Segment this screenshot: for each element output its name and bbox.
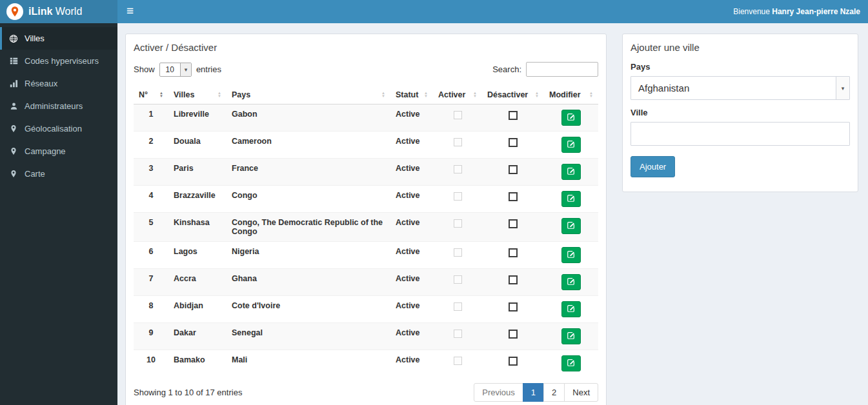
activer-checkbox[interactable] xyxy=(454,275,462,284)
cell-num: 1 xyxy=(134,104,168,132)
modifier-button[interactable] xyxy=(561,218,581,234)
sidebar-item-reseaux[interactable]: Réseaux xyxy=(0,72,117,95)
modifier-button[interactable] xyxy=(561,137,581,153)
activer-checkbox[interactable] xyxy=(454,138,462,146)
column-header-3[interactable]: Statut▲▼ xyxy=(390,86,433,104)
desactiver-checkbox[interactable] xyxy=(509,192,518,201)
modifier-button[interactable] xyxy=(561,274,581,290)
cell-modifier xyxy=(544,296,598,323)
sidebar-item-label: Codes hyperviseurs xyxy=(25,56,99,66)
table-controls: Show 10 ▾ entries Search: xyxy=(134,62,598,77)
column-header-2[interactable]: Pays▲▼ xyxy=(227,86,390,104)
sidebar-item-geolocalisation[interactable]: Géolocalisation xyxy=(0,117,117,140)
brand-title-regular: World xyxy=(52,6,82,17)
desactiver-checkbox[interactable] xyxy=(509,357,518,366)
cell-modifier xyxy=(544,213,598,242)
activer-checkbox[interactable] xyxy=(454,302,462,311)
cell-activer xyxy=(433,186,482,213)
table-row: 10BamakoMaliActive xyxy=(134,350,598,377)
desactiver-checkbox[interactable] xyxy=(509,275,518,284)
cell-statut: Active xyxy=(390,159,433,186)
column-header-label: Statut xyxy=(396,90,418,99)
column-header-5[interactable]: Désactiver▲▼ xyxy=(482,86,544,104)
activer-checkbox[interactable] xyxy=(454,165,462,173)
ville-label: Ville xyxy=(631,108,850,117)
modifier-button[interactable] xyxy=(561,247,581,263)
pagination-next[interactable]: Next xyxy=(564,383,598,402)
column-header-label: Activer xyxy=(438,90,465,99)
modifier-button[interactable] xyxy=(561,191,581,207)
cell-activer xyxy=(433,296,482,323)
ajouter-button[interactable]: Ajouter xyxy=(631,156,675,177)
cell-ville: Dakar xyxy=(168,323,227,350)
desactiver-checkbox[interactable] xyxy=(509,165,518,174)
modifier-button[interactable] xyxy=(561,328,581,344)
table-row: 9DakarSenegalActive xyxy=(134,323,598,350)
user-icon xyxy=(8,102,19,110)
cell-desactiver xyxy=(482,159,544,186)
column-header-1[interactable]: Villes▲▼ xyxy=(168,86,227,104)
activer-checkbox[interactable] xyxy=(454,192,462,201)
sidebar-item-codes-hyperviseurs[interactable]: Codes hyperviseurs xyxy=(0,50,117,72)
sidebar-item-label: Campagne xyxy=(25,146,66,156)
add-panel-title: Ajouter une ville xyxy=(631,42,850,53)
column-header-4[interactable]: Activer▲▼ xyxy=(433,86,482,104)
table-info: Showing 1 to 10 of 17 entries xyxy=(134,388,242,397)
cell-desactiver xyxy=(482,242,544,269)
cell-modifier xyxy=(544,323,598,350)
sidebar-item-campagne[interactable]: Campagne xyxy=(0,140,117,163)
activer-checkbox[interactable] xyxy=(454,219,462,228)
globe-icon xyxy=(8,34,19,43)
cell-num: 8 xyxy=(134,296,168,323)
cell-num: 3 xyxy=(134,159,168,186)
pays-select[interactable]: Afghanistan ▾ xyxy=(631,76,850,100)
cell-ville: Kinshasa xyxy=(168,213,227,242)
cell-pays: Congo xyxy=(227,186,390,213)
desactiver-checkbox[interactable] xyxy=(509,330,518,339)
edit-pencil-icon xyxy=(567,358,576,369)
cell-pays: Cameroon xyxy=(227,132,390,159)
ville-input[interactable] xyxy=(631,122,850,146)
desactiver-checkbox[interactable] xyxy=(509,111,518,120)
modifier-button[interactable] xyxy=(561,164,581,180)
cell-statut: Active xyxy=(390,323,433,350)
activer-checkbox[interactable] xyxy=(454,357,462,365)
pagination-page-1[interactable]: 1 xyxy=(523,383,544,402)
desactiver-checkbox[interactable] xyxy=(509,302,518,311)
desactiver-checkbox[interactable] xyxy=(509,219,518,228)
cell-modifier xyxy=(544,350,598,377)
activer-checkbox[interactable] xyxy=(454,111,462,119)
villes-panel: Activer / Désactiver Show 10 ▾ entries S… xyxy=(125,34,607,405)
page-length-select[interactable]: 10 ▾ xyxy=(159,63,192,77)
table-row: 3ParisFranceActive xyxy=(134,159,598,186)
table-row: 7AccraGhanaActive xyxy=(134,269,598,296)
sort-icon: ▲▼ xyxy=(424,92,428,98)
cell-ville: Lagos xyxy=(168,242,227,269)
column-header-6[interactable]: Modifier▲▼ xyxy=(544,86,598,104)
desactiver-checkbox[interactable] xyxy=(509,138,518,147)
content-columns: Activer / Désactiver Show 10 ▾ entries S… xyxy=(125,34,858,405)
brand[interactable]: iLink World xyxy=(0,0,117,23)
pagination-previous[interactable]: Previous xyxy=(474,383,523,402)
desactiver-checkbox[interactable] xyxy=(509,248,518,257)
cell-desactiver xyxy=(482,323,544,350)
modifier-button[interactable] xyxy=(561,301,581,317)
search-input[interactable] xyxy=(526,62,598,77)
sidebar-item-administrateurs[interactable]: Administrateurs xyxy=(0,95,117,117)
activer-checkbox[interactable] xyxy=(454,248,462,257)
cell-statut: Active xyxy=(390,269,433,296)
page-length-control: Show 10 ▾ entries xyxy=(134,63,221,77)
pagination-page-2[interactable]: 2 xyxy=(543,383,565,402)
marker-icon xyxy=(8,170,19,178)
sidebar-item-carte[interactable]: Carte xyxy=(0,163,117,185)
sidebar-item-villes[interactable]: Villes xyxy=(0,27,117,50)
sidebar-toggle-button[interactable]: ≡ xyxy=(117,0,143,23)
modifier-button[interactable] xyxy=(561,355,581,371)
activer-checkbox[interactable] xyxy=(454,330,462,338)
modifier-button[interactable] xyxy=(561,110,581,126)
column-header-0[interactable]: N°▲▼ xyxy=(134,86,168,104)
cell-num: 10 xyxy=(134,350,168,377)
cell-desactiver xyxy=(482,213,544,242)
welcome-username: Hanry Jean-pierre Nzale xyxy=(772,7,860,16)
sort-icon: ▲▼ xyxy=(159,92,163,98)
